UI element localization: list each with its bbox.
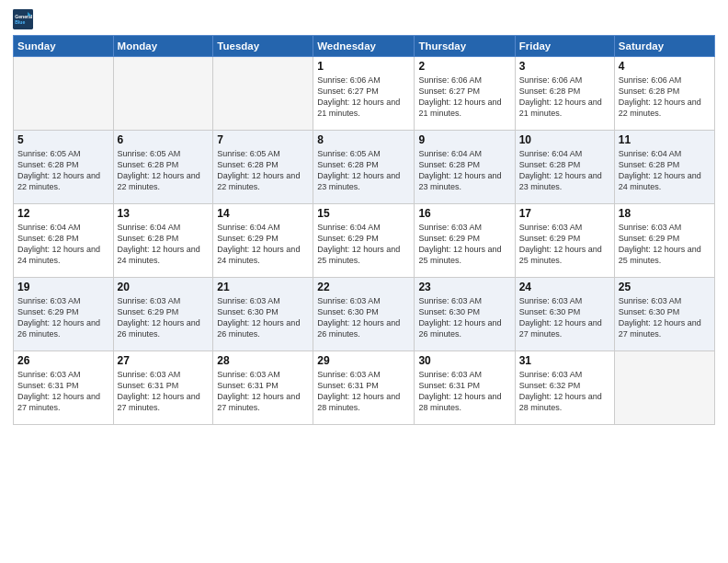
day-cell: 12Sunrise: 6:04 AMSunset: 6:28 PMDayligh… (14, 204, 114, 278)
day-info: Sunrise: 6:03 AMSunset: 6:29 PMDaylight:… (17, 295, 109, 340)
day-cell: 26Sunrise: 6:03 AMSunset: 6:31 PMDayligh… (14, 351, 114, 425)
day-cell (213, 57, 313, 131)
week-row-1: 1Sunrise: 6:06 AMSunset: 6:27 PMDaylight… (14, 57, 715, 131)
day-cell: 7Sunrise: 6:05 AMSunset: 6:28 PMDaylight… (213, 131, 313, 204)
day-number: 13 (118, 207, 210, 220)
day-number: 4 (619, 60, 711, 73)
day-info: Sunrise: 6:06 AMSunset: 6:27 PMDaylight:… (418, 75, 510, 120)
day-cell: 2Sunrise: 6:06 AMSunset: 6:27 PMDaylight… (415, 57, 515, 131)
day-info: Sunrise: 6:05 AMSunset: 6:28 PMDaylight:… (317, 148, 410, 193)
day-cell: 31Sunrise: 6:03 AMSunset: 6:32 PMDayligh… (515, 351, 614, 425)
day-cell: 9Sunrise: 6:04 AMSunset: 6:28 PMDaylight… (415, 131, 515, 204)
day-number: 23 (418, 281, 510, 293)
day-cell: 25Sunrise: 6:03 AMSunset: 6:30 PMDayligh… (614, 278, 714, 351)
weekday-header-monday: Monday (113, 36, 213, 57)
day-number: 31 (519, 354, 610, 367)
day-number: 20 (118, 281, 210, 293)
week-row-2: 5Sunrise: 6:05 AMSunset: 6:28 PMDaylight… (14, 131, 715, 204)
day-info: Sunrise: 6:03 AMSunset: 6:29 PMDaylight:… (118, 295, 210, 340)
day-info: Sunrise: 6:03 AMSunset: 6:30 PMDaylight:… (619, 295, 711, 340)
day-cell: 3Sunrise: 6:06 AMSunset: 6:28 PMDaylight… (515, 57, 614, 131)
day-number: 6 (118, 133, 210, 146)
day-info: Sunrise: 6:03 AMSunset: 6:30 PMDaylight:… (418, 295, 510, 340)
day-number: 1 (317, 60, 410, 73)
header: General Blue (13, 9, 715, 29)
day-info: Sunrise: 6:05 AMSunset: 6:28 PMDaylight:… (217, 148, 309, 193)
day-cell (113, 57, 213, 131)
day-info: Sunrise: 6:04 AMSunset: 6:28 PMDaylight:… (519, 148, 610, 193)
day-info: Sunrise: 6:03 AMSunset: 6:30 PMDaylight:… (317, 295, 410, 340)
day-info: Sunrise: 6:04 AMSunset: 6:28 PMDaylight:… (17, 222, 109, 267)
day-number: 2 (418, 60, 510, 73)
day-info: Sunrise: 6:03 AMSunset: 6:30 PMDaylight:… (217, 295, 309, 340)
day-cell: 4Sunrise: 6:06 AMSunset: 6:28 PMDaylight… (614, 57, 714, 131)
weekday-header-tuesday: Tuesday (213, 36, 313, 57)
day-number: 21 (217, 281, 309, 293)
day-info: Sunrise: 6:03 AMSunset: 6:30 PMDaylight:… (519, 295, 610, 340)
week-row-4: 19Sunrise: 6:03 AMSunset: 6:29 PMDayligh… (14, 278, 715, 351)
day-info: Sunrise: 6:03 AMSunset: 6:29 PMDaylight:… (418, 222, 510, 267)
page: General Blue SundayMondayTuesdayWednesda… (0, 0, 728, 563)
weekday-header-saturday: Saturday (614, 36, 714, 57)
day-info: Sunrise: 6:03 AMSunset: 6:31 PMDaylight:… (317, 369, 410, 414)
day-number: 15 (317, 207, 410, 220)
weekday-header-wednesday: Wednesday (313, 36, 415, 57)
day-cell: 29Sunrise: 6:03 AMSunset: 6:31 PMDayligh… (313, 351, 415, 425)
svg-text:General: General (15, 14, 33, 19)
day-cell: 22Sunrise: 6:03 AMSunset: 6:30 PMDayligh… (313, 278, 415, 351)
day-cell: 15Sunrise: 6:04 AMSunset: 6:29 PMDayligh… (313, 204, 415, 278)
day-number: 9 (418, 133, 510, 146)
day-info: Sunrise: 6:03 AMSunset: 6:31 PMDaylight:… (17, 369, 109, 414)
day-info: Sunrise: 6:04 AMSunset: 6:28 PMDaylight:… (619, 148, 711, 193)
day-cell: 28Sunrise: 6:03 AMSunset: 6:31 PMDayligh… (213, 351, 313, 425)
day-number: 3 (519, 60, 610, 73)
day-cell: 19Sunrise: 6:03 AMSunset: 6:29 PMDayligh… (14, 278, 114, 351)
day-number: 28 (217, 354, 309, 367)
day-cell (14, 57, 114, 131)
day-number: 25 (619, 281, 711, 293)
day-number: 10 (519, 133, 610, 146)
day-number: 8 (317, 133, 410, 146)
day-number: 30 (418, 354, 510, 367)
day-info: Sunrise: 6:05 AMSunset: 6:28 PMDaylight:… (17, 148, 109, 193)
day-cell: 1Sunrise: 6:06 AMSunset: 6:27 PMDaylight… (313, 57, 415, 131)
day-cell: 14Sunrise: 6:04 AMSunset: 6:29 PMDayligh… (213, 204, 313, 278)
day-number: 22 (317, 281, 410, 293)
day-cell: 13Sunrise: 6:04 AMSunset: 6:28 PMDayligh… (113, 204, 213, 278)
day-cell: 20Sunrise: 6:03 AMSunset: 6:29 PMDayligh… (113, 278, 213, 351)
day-number: 16 (418, 207, 510, 220)
day-info: Sunrise: 6:03 AMSunset: 6:29 PMDaylight:… (519, 222, 610, 267)
day-info: Sunrise: 6:04 AMSunset: 6:28 PMDaylight:… (118, 222, 210, 267)
logo: General Blue (13, 9, 37, 29)
day-number: 24 (519, 281, 610, 293)
day-info: Sunrise: 6:06 AMSunset: 6:28 PMDaylight:… (519, 75, 610, 120)
day-number: 11 (619, 133, 711, 146)
svg-text:Blue: Blue (15, 19, 25, 25)
day-cell: 8Sunrise: 6:05 AMSunset: 6:28 PMDaylight… (313, 131, 415, 204)
day-info: Sunrise: 6:03 AMSunset: 6:29 PMDaylight:… (619, 222, 711, 267)
day-info: Sunrise: 6:03 AMSunset: 6:31 PMDaylight:… (418, 369, 510, 414)
day-info: Sunrise: 6:06 AMSunset: 6:28 PMDaylight:… (619, 75, 711, 120)
day-cell: 6Sunrise: 6:05 AMSunset: 6:28 PMDaylight… (113, 131, 213, 204)
day-cell: 27Sunrise: 6:03 AMSunset: 6:31 PMDayligh… (113, 351, 213, 425)
day-cell: 10Sunrise: 6:04 AMSunset: 6:28 PMDayligh… (515, 131, 614, 204)
weekday-header-friday: Friday (515, 36, 614, 57)
week-row-3: 12Sunrise: 6:04 AMSunset: 6:28 PMDayligh… (14, 204, 715, 278)
day-info: Sunrise: 6:03 AMSunset: 6:31 PMDaylight:… (118, 369, 210, 414)
day-number: 14 (217, 207, 309, 220)
weekday-header-sunday: Sunday (14, 36, 114, 57)
day-cell: 11Sunrise: 6:04 AMSunset: 6:28 PMDayligh… (614, 131, 714, 204)
day-cell: 30Sunrise: 6:03 AMSunset: 6:31 PMDayligh… (415, 351, 515, 425)
day-number: 26 (17, 354, 109, 367)
day-info: Sunrise: 6:03 AMSunset: 6:31 PMDaylight:… (217, 369, 309, 414)
day-cell: 5Sunrise: 6:05 AMSunset: 6:28 PMDaylight… (14, 131, 114, 204)
calendar-table: SundayMondayTuesdayWednesdayThursdayFrid… (13, 35, 715, 425)
day-number: 18 (619, 207, 711, 220)
day-cell: 21Sunrise: 6:03 AMSunset: 6:30 PMDayligh… (213, 278, 313, 351)
day-number: 27 (118, 354, 210, 367)
day-info: Sunrise: 6:04 AMSunset: 6:28 PMDaylight:… (418, 148, 510, 193)
day-info: Sunrise: 6:03 AMSunset: 6:32 PMDaylight:… (519, 369, 610, 414)
day-number: 17 (519, 207, 610, 220)
day-cell: 18Sunrise: 6:03 AMSunset: 6:29 PMDayligh… (614, 204, 714, 278)
week-row-5: 26Sunrise: 6:03 AMSunset: 6:31 PMDayligh… (14, 351, 715, 425)
